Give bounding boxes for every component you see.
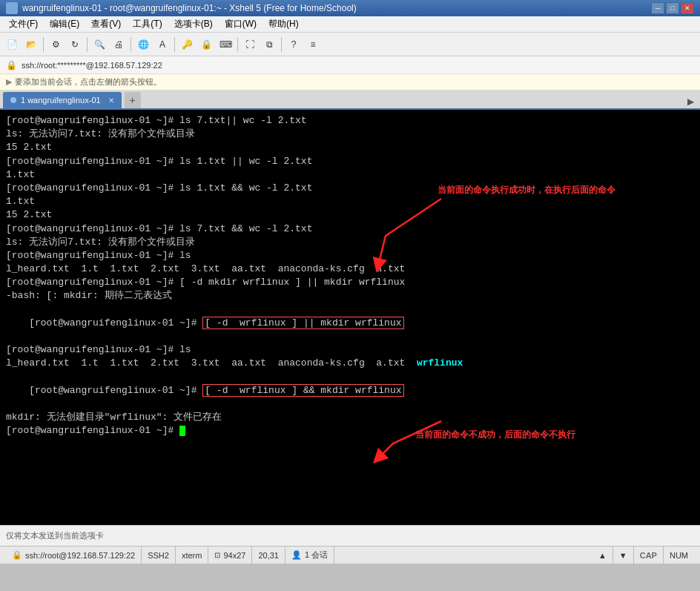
toolbar-separator-4 [174, 37, 175, 52]
terminal-line-17: l_heard.txt 1.t 1.txt 2.txt 3.txt aa.txt… [6, 357, 694, 370]
status-terminal: xterm [176, 547, 209, 564]
print-button[interactable]: 🖨 [110, 36, 128, 53]
status-position: 20,31 [252, 547, 285, 564]
toolbar-separator-6 [281, 37, 282, 52]
new-session-button[interactable]: 📄 [3, 36, 21, 53]
toolbar-separator-5 [237, 37, 238, 52]
resize-button[interactable]: ⧉ [260, 36, 278, 53]
status-sessions: 👤 1 会话 [285, 547, 334, 564]
toolbar-separator-3 [131, 37, 131, 52]
menu-window[interactable]: 窗口(W) [219, 16, 262, 32]
status-arrow-up[interactable]: ▲ [592, 547, 613, 564]
terminal-line-14: -bash: [: mkdir: 期待二元表达式 [6, 289, 694, 303]
status-cap: CAP [634, 547, 664, 564]
status-arrow-down[interactable]: ▼ [613, 547, 634, 564]
terminal-line-3: 15 2.txt [6, 141, 694, 154]
toolbar-separator-2 [87, 37, 88, 52]
lock-icon: 🔒 [6, 60, 17, 70]
close-button[interactable]: ✕ [681, 2, 694, 14]
keyboard-button[interactable]: ⌨ [217, 36, 234, 53]
status-protocol: SSH2 [142, 547, 176, 564]
size-icon: ⊡ [214, 551, 220, 559]
num-text: NUM [670, 551, 688, 560]
terminal-line-12: l_heard.txt 1.t 1.txt 2.txt 3.txt aa.txt… [6, 263, 694, 276]
new-tab-button[interactable]: + [125, 92, 141, 108]
terminal-line-2: ls: 无法访问7.txt: 没有那个文件或目录 [6, 128, 694, 141]
terminal-line-8: 15 2.txt [6, 208, 694, 222]
status-right-section: ▲ ▼ CAP NUM [592, 547, 694, 564]
menu-tabs[interactable]: 选项卡(B) [168, 16, 219, 32]
help-button[interactable]: ? [285, 36, 303, 53]
info-bar: ▶ 要添加当前会话，点击左侧的箭头按钮。 [0, 74, 700, 90]
input-bar-text: 仅将文本发送到当前选项卡 [6, 530, 104, 541]
terminal-line-9: [root@wangruifenglinux-01 ~]# ls 7.txt &… [6, 222, 694, 236]
terminal-line-7: 1.txt [6, 195, 694, 208]
sessions-icon: 👤 [291, 550, 302, 560]
open-button[interactable]: 📂 [22, 36, 40, 53]
menu-help[interactable]: 帮助(H) [262, 16, 305, 32]
status-ssh-url: 🔒 ssh://root@192.168.57.129:22 [6, 547, 142, 564]
tab-indicator [10, 97, 16, 103]
terminal-line-15: [root@wangruifenglinux-01 ~]# [ -d wrfli… [6, 303, 694, 344]
lock-button[interactable]: 🔒 [197, 36, 215, 53]
terminal-line-11: [root@wangruifenglinux-01 ~]# ls [6, 249, 694, 263]
toolbar-separator-1 [43, 37, 44, 52]
tab-close-button[interactable]: ✕ [108, 96, 114, 105]
search-button[interactable]: 🔍 [90, 36, 108, 53]
refresh-button[interactable]: ↻ [66, 36, 84, 53]
tab-label: 1 wangruifenglinux-01 [21, 96, 101, 105]
terminal-line-19: mkdir: 无法创建目录"wrflinux": 文件已存在 [6, 411, 694, 424]
ssh-icon: 🔒 [12, 550, 22, 560]
fullscreen-button[interactable]: ⛶ [241, 36, 259, 53]
terminal-line-20: [root@wangruifenglinux-01 ~]# [6, 424, 694, 438]
terminal-line-18: [root@wangruifenglinux-01 ~]# [ -d wrfli… [6, 371, 694, 412]
terminal-line-6: [root@wangruifenglinux-01 ~]# ls 1.txt &… [6, 182, 694, 195]
status-num: NUM [664, 547, 694, 564]
tab-scroll-right[interactable]: ▶ [684, 95, 697, 108]
properties-button[interactable]: ⚙ [47, 36, 65, 53]
sessions-text: 1 会话 [305, 549, 328, 561]
terminal-line-16: [root@wangruifenglinux-01 ~]# ls [6, 343, 694, 357]
terminal-line-5: 1.txt [6, 168, 694, 182]
terminal-line-4: [root@wangruifenglinux-01 ~]# ls 1.txt |… [6, 155, 694, 168]
menu-edit[interactable]: 编辑(E) [44, 16, 85, 32]
position-text: 20,31 [258, 551, 279, 560]
more-button[interactable]: ≡ [304, 36, 322, 53]
terminal-type-text: xterm [182, 551, 202, 560]
arrow-icon: ▶ [6, 77, 12, 87]
globe-button[interactable]: 🌐 [134, 36, 152, 53]
terminal-line-13: [root@wangruifenglinux-01 ~]# [ -d mkdir… [6, 276, 694, 289]
terminal-line-10: ls: 无法访问7.txt: 没有那个文件或目录 [6, 236, 694, 249]
maximize-button[interactable]: □ [666, 2, 679, 14]
status-size: ⊡ 94x27 [208, 547, 252, 564]
input-bar[interactable]: 仅将文本发送到当前选项卡 [0, 525, 700, 546]
window-controls[interactable]: ─ □ ✕ [651, 2, 694, 14]
size-text: 94x27 [223, 551, 245, 560]
address-text: ssh://root:*********@192.168.57.129:22 [22, 61, 162, 70]
terminal[interactable]: 当前面的命令执行成功时，在执行后面的命令 当前面的命令不成功，后面的命令不执行 … [0, 110, 700, 525]
active-tab[interactable]: 1 wangruifenglinux-01 ✕ [3, 92, 122, 108]
ssh-url-text: ssh://root@192.168.57.129:22 [25, 551, 135, 560]
key-button[interactable]: 🔑 [178, 36, 196, 53]
status-bar: 🔒 ssh://root@192.168.57.129:22 SSH2 xter… [0, 546, 700, 564]
minimize-button[interactable]: ─ [651, 2, 664, 14]
tab-bar: 1 wangruifenglinux-01 ✕ + ▶ [0, 90, 700, 110]
toolbar: 📄 📂 ⚙ ↻ 🔍 🖨 🌐 A 🔑 🔒 ⌨ ⛶ ⧉ ? ≡ [0, 33, 700, 56]
app-icon [6, 2, 18, 14]
menu-file[interactable]: 文件(F) [3, 16, 44, 32]
menu-bar: 文件(F) 编辑(E) 查看(V) 工具(T) 选项卡(B) 窗口(W) 帮助(… [0, 16, 700, 33]
font-button[interactable]: A [153, 36, 171, 53]
window-title: wangruifenglinux-01 - root@wangruifengli… [22, 3, 357, 13]
menu-view[interactable]: 查看(V) [85, 16, 127, 32]
cap-text: CAP [640, 551, 657, 560]
info-text: 要添加当前会话，点击左侧的箭头按钮。 [15, 76, 162, 88]
title-bar: wangruifenglinux-01 - root@wangruifengli… [0, 0, 700, 16]
menu-tools[interactable]: 工具(T) [127, 16, 168, 32]
address-bar: 🔒 ssh://root:*********@192.168.57.129:22 [0, 56, 700, 74]
terminal-line-1: [root@wangruifenglinux-01 ~]# ls 7.txt||… [6, 114, 694, 128]
protocol-text: SSH2 [148, 551, 169, 560]
